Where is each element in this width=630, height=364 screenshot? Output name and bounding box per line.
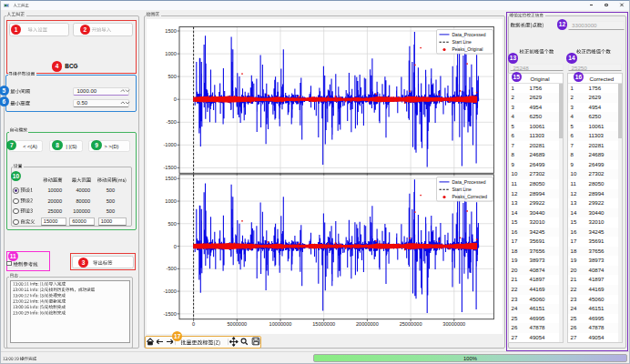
svg-text:20000000: 20000000 [356,321,379,327]
svg-text:25000000: 25000000 [400,321,422,327]
svg-text:-1000: -1000 [163,142,176,147]
svg-text:500: 500 [168,221,176,227]
svg-text:0: 0 [192,321,195,327]
svg-text:15000000: 15000000 [312,321,335,327]
svg-text:Peaks_Original: Peaks_Original [452,46,483,52]
svg-text:500: 500 [168,74,176,79]
svg-text:Peaks_Corrected: Peaks_Corrected [452,194,488,199]
svg-text:Data_Processed: Data_Processed [452,179,486,185]
svg-text:1000: 1000 [165,51,176,56]
svg-text:0: 0 [174,96,177,102]
svg-text:1000: 1000 [165,198,176,204]
svg-text:Data_Processed: Data_Processed [452,32,486,37]
svg-text:30000000: 30000000 [442,321,465,327]
svg-text:5000000: 5000000 [227,321,247,327]
svg-text:0: 0 [174,244,177,249]
svg-text:10000000: 10000000 [269,321,292,327]
svg-text:1500: 1500 [165,28,176,34]
svg-text:Start Line: Start Line [452,187,472,192]
svg-text:Start Line: Start Line [452,39,472,45]
svg-text:-500: -500 [167,266,177,271]
svg-text:-1500: -1500 [163,311,176,317]
svg-text:-500: -500 [167,119,177,125]
svg-text:-1500: -1500 [163,165,176,170]
svg-text:-1000: -1000 [163,288,176,294]
svg-text:1500: 1500 [165,176,176,181]
